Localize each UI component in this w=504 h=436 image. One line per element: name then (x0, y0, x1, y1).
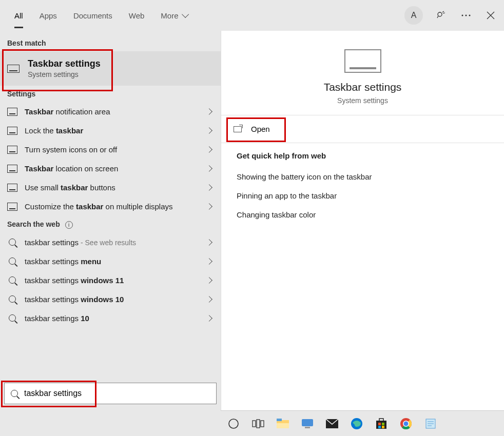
result-text: taskbar settings menu (25, 257, 200, 266)
search-input[interactable] (24, 389, 210, 398)
result-text: Customize the taskbar on multiple displa… (25, 202, 200, 211)
web-result[interactable]: taskbar settings windows 11 (0, 271, 221, 290)
tab-more-label: More (161, 11, 178, 20)
result-text: Turn system icons on or off (25, 145, 200, 154)
chevron-right-icon (206, 184, 212, 191)
svg-rect-16 (379, 419, 383, 421)
result-text: Taskbar notification area (25, 107, 200, 116)
monitor-icon (7, 165, 17, 173)
result-text: taskbar settings - See web results (25, 238, 200, 247)
monitor-icon (7, 127, 17, 135)
result-text: taskbar settings 10 (25, 314, 200, 323)
svg-point-1 (462, 15, 463, 16)
svg-rect-18 (382, 423, 384, 425)
monitor-icon (7, 108, 17, 116)
help-link[interactable]: Showing the battery icon on the taskbar (237, 167, 489, 186)
detail-title: Taskbar settings (221, 81, 504, 93)
chevron-right-icon (206, 203, 212, 210)
svg-rect-6 (257, 420, 260, 428)
avatar[interactable]: A (404, 6, 423, 25)
chevron-right-icon (206, 258, 212, 265)
detail-header: Taskbar settings System settings (221, 31, 504, 115)
svg-rect-11 (302, 419, 313, 426)
best-match-title: Taskbar settings (28, 58, 101, 69)
settings-result[interactable]: Turn system icons on or off (0, 140, 221, 159)
result-text: taskbar settings windows 10 (25, 295, 200, 304)
main-area: Best match Taskbar settings System setti… (0, 31, 504, 410)
device-icon[interactable] (300, 416, 315, 431)
search-icon (7, 295, 17, 303)
settings-result[interactable]: Lock the taskbar (0, 121, 221, 140)
chevron-down-icon (182, 11, 189, 18)
svg-rect-12 (305, 427, 310, 428)
svg-point-2 (466, 15, 467, 16)
monitor-icon (7, 146, 17, 154)
svg-rect-7 (261, 421, 264, 427)
svg-rect-19 (378, 426, 381, 428)
close-icon[interactable] (484, 9, 497, 22)
best-match-result[interactable]: Taskbar settings System settings (0, 51, 221, 86)
monitor-icon (7, 65, 20, 73)
tab-more[interactable]: More (152, 4, 195, 27)
tab-all[interactable]: All (6, 4, 31, 27)
chevron-right-icon (206, 277, 212, 284)
search-header: All Apps Documents Web More A (0, 0, 504, 31)
taskbar (221, 410, 504, 436)
tab-web[interactable]: Web (121, 4, 153, 27)
detail-panel: Taskbar settings System settings Open Ge… (221, 31, 504, 410)
svg-rect-10 (277, 423, 289, 428)
settings-result[interactable]: Use small taskbar buttons (0, 178, 221, 197)
section-search-web: Search the web i (0, 216, 221, 233)
web-result[interactable]: taskbar settings - See web results (0, 233, 221, 252)
open-action[interactable]: Open (221, 115, 504, 143)
settings-result[interactable]: Customize the taskbar on multiple displa… (0, 197, 221, 216)
detail-subtitle: System settings (221, 96, 504, 105)
best-match-subtitle: System settings (28, 70, 101, 78)
web-result[interactable]: taskbar settings menu (0, 252, 221, 271)
tab-apps[interactable]: Apps (31, 4, 65, 27)
web-result[interactable]: taskbar settings windows 10 (0, 290, 221, 309)
search-icon (7, 239, 17, 246)
settings-result[interactable]: Taskbar notification area (0, 102, 221, 121)
help-link[interactable]: Changing taskbar color (237, 205, 489, 224)
monitor-icon (7, 203, 17, 211)
header-actions: A (404, 0, 497, 31)
monitor-icon (7, 184, 17, 192)
task-view-icon[interactable] (250, 416, 266, 431)
filter-tabs: All Apps Documents Web More (6, 4, 195, 27)
chevron-right-icon (206, 239, 212, 246)
web-result[interactable]: taskbar settings 10 (0, 309, 221, 328)
search-icon (11, 390, 18, 397)
result-text: Taskbar location on screen (25, 164, 200, 173)
section-best-match: Best match (0, 35, 221, 51)
chevron-right-icon (206, 315, 212, 322)
settings-result[interactable]: Taskbar location on screen (0, 159, 221, 178)
file-explorer-icon[interactable] (275, 416, 290, 431)
svg-rect-9 (277, 419, 282, 421)
result-text: Use small taskbar buttons (25, 183, 200, 192)
info-icon[interactable]: i (65, 221, 73, 229)
search-bar[interactable] (4, 383, 217, 404)
svg-point-3 (469, 15, 471, 16)
search-icon (7, 257, 17, 265)
feedback-icon[interactable] (435, 9, 448, 22)
more-icon[interactable] (460, 9, 472, 22)
notepad-icon[interactable] (423, 416, 438, 431)
chevron-right-icon (206, 108, 212, 115)
edge-icon[interactable] (349, 416, 364, 431)
section-search-web-label: Search the web (7, 220, 60, 228)
result-text: Lock the taskbar (25, 126, 200, 135)
cortana-icon[interactable] (226, 416, 241, 431)
svg-rect-15 (376, 421, 386, 429)
svg-point-4 (229, 419, 238, 428)
result-text: taskbar settings windows 11 (25, 276, 200, 285)
chrome-icon[interactable] (398, 416, 414, 431)
store-icon[interactable] (374, 416, 389, 431)
open-external-icon (234, 126, 242, 132)
section-settings: Settings (0, 86, 221, 102)
svg-point-0 (438, 12, 442, 16)
tab-documents[interactable]: Documents (65, 4, 121, 27)
mail-icon[interactable] (324, 416, 340, 431)
help-link[interactable]: Pinning an app to the taskbar (237, 186, 489, 205)
search-icon (7, 314, 17, 322)
